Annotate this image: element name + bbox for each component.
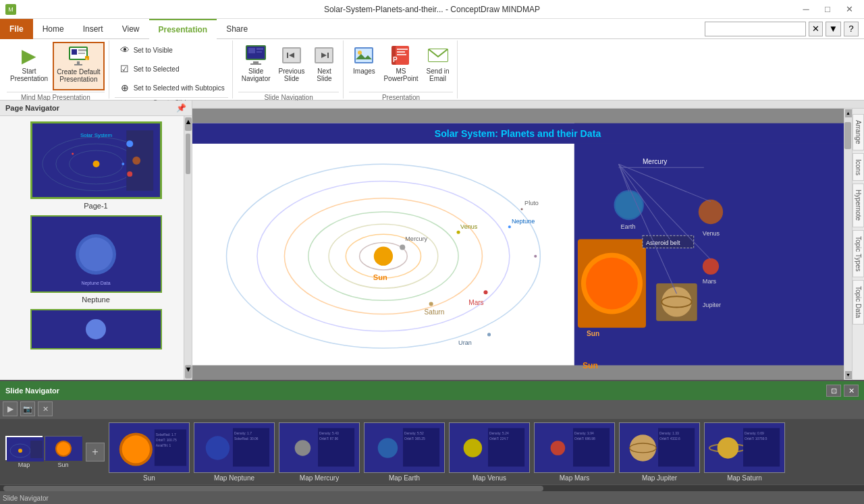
- set-to-visible-button[interactable]: 👁 Set to Visible: [115, 42, 176, 58]
- svg-rect-2: [72, 49, 77, 55]
- svg-text:Mars: Mars: [703, 278, 717, 285]
- set-to-selected-button[interactable]: ☑ Set to Selected: [115, 61, 183, 77]
- search-button[interactable]: ✕: [809, 22, 823, 36]
- svg-point-64: [374, 247, 393, 266]
- set-to-subtopics-button[interactable]: ⊕ Set to Selected with Subtopics: [115, 80, 228, 96]
- page-nav-label-1: Page-1: [84, 202, 107, 210]
- slide-nav-hscrollbar[interactable]: [0, 484, 864, 491]
- topic-data-panel-tab[interactable]: Topic Data: [853, 280, 864, 324]
- svg-point-110: [18, 449, 22, 453]
- canvas-area[interactable]: Solar System: Planets and their Data Sun: [192, 109, 844, 380]
- add-slide-button[interactable]: +: [86, 443, 105, 461]
- scroll-up-btn[interactable]: ▲: [845, 109, 852, 117]
- tab-view[interactable]: View: [113, 19, 149, 39]
- slide-camera-button[interactable]: 📷: [20, 401, 35, 416]
- visible-icon: 👁: [118, 43, 132, 57]
- arrange-panel-tab[interactable]: Arrange: [853, 114, 864, 150]
- slide-nav-close-button[interactable]: ✕: [844, 385, 859, 397]
- slide-item-map-saturn[interactable]: Density: 0.69 OrbitT: 10759.5 Map Saturn: [704, 422, 785, 482]
- scroll-down-btn[interactable]: ▼: [845, 371, 852, 379]
- tab-presentation[interactable]: Presentation: [149, 19, 217, 39]
- hscroll-thumb[interactable]: [3, 486, 543, 491]
- page-nav-content: Solar System: [0, 116, 192, 380]
- images-button[interactable]: Images: [349, 42, 379, 90]
- svg-text:AxialTilt: 1: AxialTilt: 1: [156, 444, 171, 447]
- send-email-button[interactable]: Send inEmail: [423, 42, 453, 90]
- slide-item-map-earth[interactable]: Density: 5.52 OrbitT: 365.25 Map Earth: [364, 422, 445, 482]
- slide-item-map-venus[interactable]: Density: 5.24 OrbitT: 224.7 Map Venus: [449, 422, 530, 482]
- ribbon-search-input[interactable]: [705, 22, 806, 36]
- ribbon-group-create-slide: 👁 Set to Visible ☑ Set to Selected ⊕ Set…: [111, 40, 233, 99]
- slide-label-map-venus: Map Venus: [473, 474, 506, 482]
- topic-types-panel-tab[interactable]: Topic Types: [853, 230, 864, 278]
- scroll-thumb-v[interactable]: [844, 122, 851, 149]
- slide-item-sun-pair[interactable]: Sun: [45, 436, 82, 468]
- svg-rect-32: [397, 54, 406, 55]
- slide-nav-footer: Slide Navigator: [0, 491, 864, 504]
- svg-text:Uran: Uran: [458, 339, 472, 346]
- svg-point-117: [122, 435, 150, 463]
- ms-powerpoint-button[interactable]: P MSPowerPoint: [380, 42, 421, 90]
- tab-file[interactable]: File: [0, 19, 33, 39]
- svg-text:Sun: Sun: [587, 330, 599, 337]
- svg-text:OrbitT: 87.96: OrbitT: 87.96: [319, 437, 338, 441]
- create-default-presentation-button[interactable]: + Create DefaultPresentation: [53, 42, 104, 90]
- page-nav-item-3[interactable]: [5, 309, 186, 349]
- slide-item-map-mars[interactable]: Density: 3.94 OrbitT: 686.98 Map Mars: [534, 422, 615, 482]
- search-filter-button[interactable]: ▼: [826, 22, 841, 36]
- next-slide-button[interactable]: NextSlide: [309, 42, 339, 90]
- title-bar: M Solar-System-Planets-and-their... - Co…: [0, 0, 864, 19]
- slide-nav-expand-button[interactable]: ⊡: [826, 385, 841, 397]
- svg-point-75: [429, 302, 433, 306]
- slide-navigator-button[interactable]: SlideNavigator: [238, 42, 274, 90]
- slide-item-map-jupiter[interactable]: Density: 1.33 OrbitT: 4332.6 Map Jupiter: [619, 422, 700, 482]
- close-button[interactable]: ✕: [840, 3, 859, 16]
- hypernote-panel-tab[interactable]: Hypernote: [853, 184, 864, 227]
- tab-home[interactable]: Home: [33, 19, 74, 39]
- svg-point-46: [132, 157, 140, 165]
- horizontal-scrollbar-top[interactable]: [192, 101, 864, 109]
- scrollbar-down-arrow[interactable]: ▼: [185, 365, 192, 379]
- svg-point-53: [86, 319, 106, 339]
- svg-text:Density: 5.24: Density: 5.24: [489, 432, 509, 435]
- slide-play-button[interactable]: ▶: [3, 401, 18, 416]
- scrollbar-thumb[interactable]: [186, 134, 190, 174]
- slide-label-sun: Sun: [143, 474, 155, 482]
- icons-panel-tab[interactable]: Icons: [853, 153, 864, 181]
- svg-point-92: [699, 200, 723, 224]
- slide-item-map-neptune[interactable]: Density: 1.7 SolarRad: 30.06 Map Neptune: [194, 422, 275, 482]
- images-icon: [353, 45, 375, 66]
- svg-point-72: [483, 290, 487, 294]
- svg-text:Density: 1.7: Density: 1.7: [234, 432, 252, 435]
- start-presentation-button[interactable]: ▶ StartPresentation: [7, 42, 51, 90]
- slide-close-btn[interactable]: ✕: [38, 401, 53, 416]
- help-button[interactable]: ?: [844, 22, 859, 36]
- svg-rect-23: [327, 53, 329, 58]
- svg-point-114: [57, 442, 70, 455]
- ribbon-group-presentation: Images P MSPowerPoint: [345, 40, 457, 99]
- svg-point-138: [464, 439, 483, 457]
- page-nav-item-1[interactable]: Solar System: [5, 121, 186, 210]
- page-nav-scrollbar[interactable]: ▲ ▼: [184, 116, 192, 380]
- page-nav-label-2: Neptune: [82, 296, 110, 304]
- slide-item-map-mercury[interactable]: Density: 5.43 OrbitT: 87.96 Map Mercury: [279, 422, 360, 482]
- svg-rect-4: [78, 53, 85, 54]
- slide-label-map-mars: Map Mars: [560, 474, 589, 482]
- slide-nav-toolbar: ▶ 📷 ✕: [0, 400, 864, 419]
- scrollbar-up-arrow[interactable]: ▲: [185, 117, 192, 131]
- slide-item-map[interactable]: Map: [5, 436, 43, 468]
- canvas-svg: Solar System: Planets and their Data Sun: [192, 109, 844, 380]
- vertical-scrollbar-right[interactable]: ▲ ▼: [844, 109, 852, 380]
- page-nav-item-2[interactable]: Neptune Data Neptune: [5, 215, 186, 304]
- svg-point-95: [615, 192, 642, 219]
- minimize-button[interactable]: ─: [796, 3, 815, 16]
- slide-thumb-map-neptune: Density: 1.7 SolarRad: 30.06: [194, 422, 275, 473]
- maximize-button[interactable]: □: [818, 3, 837, 16]
- slide-item-sun[interactable]: SolarRad: 1.7 OrbitT: 100.75 AxialTilt: …: [109, 422, 190, 482]
- tab-share[interactable]: Share: [217, 19, 257, 39]
- tab-insert[interactable]: Insert: [74, 19, 113, 39]
- previous-slide-button[interactable]: PreviousSlide: [275, 42, 308, 90]
- subtopics-icon: ⊕: [118, 81, 132, 94]
- slide-thumb-map-earth: Density: 5.52 OrbitT: 365.25: [364, 422, 445, 473]
- svg-text:P: P: [393, 56, 398, 63]
